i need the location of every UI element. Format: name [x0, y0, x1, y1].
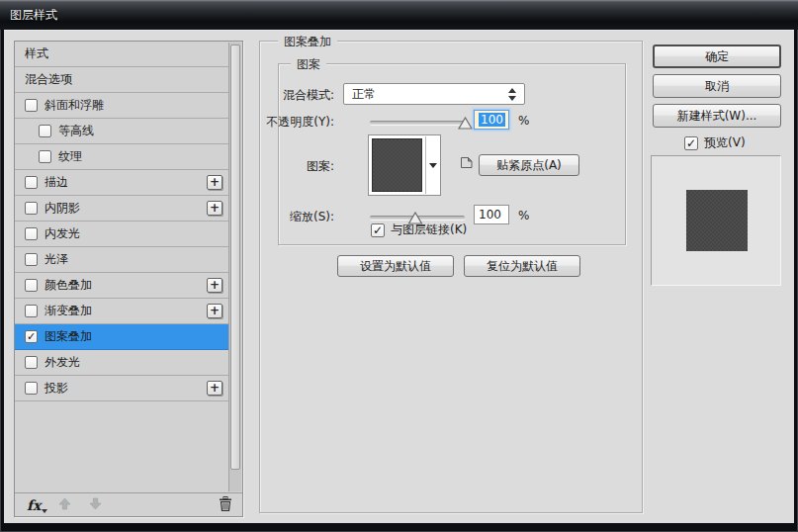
pattern-dropdown-arrow-icon[interactable]	[425, 136, 439, 194]
sidebar-item-color-overlay[interactable]: 颜色叠加+	[15, 273, 228, 299]
group-title: 图案	[291, 56, 326, 73]
outer-glow-checkbox[interactable]	[25, 356, 38, 369]
pattern-overlay-panel: 图案叠加 图案 混合模式: 正常 不透明度(Y): 100	[259, 41, 643, 513]
opacity-input[interactable]: 100	[474, 110, 509, 130]
fx-caret-icon	[42, 509, 47, 513]
sidebar-item-label: 光泽	[44, 251, 68, 268]
pattern-overlay-checkbox[interactable]: ✓	[25, 330, 38, 343]
checkbox-check-icon: ✓	[371, 223, 385, 237]
satin-checkbox[interactable]	[25, 253, 38, 266]
sidebar-item-label: 等高线	[58, 123, 94, 139]
sidebar-item-inner-glow[interactable]: 内发光	[15, 222, 228, 247]
set-default-button[interactable]: 设置为默认值	[337, 255, 454, 277]
sidebar-item-label: 外发光	[44, 354, 80, 371]
blend-mode-select[interactable]: 正常	[343, 83, 525, 105]
link-with-layer-checkbox[interactable]: ✓ 与图层链接(K)	[371, 222, 467, 238]
sidebar-item-label: 混合选项	[25, 71, 72, 88]
reset-default-button[interactable]: 复位为默认值	[464, 255, 580, 277]
titlebar[interactable]: 图层样式	[0, 0, 798, 30]
layer-style-dialog: 图层样式 样式混合选项斜面和浮雕等高线纹理描边+内阴影+内发光光泽颜色叠加+渐变…	[0, 0, 798, 532]
blend-mode-label: 混合模式:	[283, 87, 334, 104]
opacity-value: 100	[479, 113, 505, 127]
gradient-overlay-checkbox[interactable]	[25, 305, 38, 317]
sidebar-item-satin[interactable]: 光泽	[15, 247, 228, 273]
add-inner-shadow-icon[interactable]: +	[207, 201, 222, 216]
preview-checkbox[interactable]: ✓ 预览(V)	[684, 134, 746, 151]
drop-shadow-checkbox[interactable]	[25, 382, 38, 395]
sidebar-item-stroke[interactable]: 描边+	[15, 170, 228, 196]
sidebar-item-label: 内发光	[44, 225, 80, 242]
sidebar-footer: fx	[15, 492, 242, 516]
move-effect-up-icon[interactable]	[58, 497, 71, 513]
sidebar-item-label: 描边	[44, 174, 68, 191]
bevel-emboss-checkbox[interactable]	[25, 99, 38, 112]
scale-slider[interactable]	[370, 216, 465, 220]
sidebar-item-inner-shadow[interactable]: 内阴影+	[15, 196, 228, 222]
checkbox-check-icon: ✓	[684, 136, 698, 150]
texture-checkbox[interactable]	[39, 150, 51, 163]
sidebar-item-label: 样式	[25, 45, 48, 62]
add-color-overlay-icon[interactable]: +	[207, 278, 222, 293]
fx-menu-button[interactable]: fx	[27, 497, 41, 513]
move-effect-down-icon[interactable]	[89, 497, 102, 513]
pattern-label: 图案:	[307, 158, 334, 175]
scale-label: 缩放(S):	[290, 209, 334, 225]
preview-panel	[651, 155, 781, 286]
sidebar-item-blending-options[interactable]: 混合选项	[15, 67, 228, 93]
color-overlay-checkbox[interactable]	[25, 279, 38, 292]
sidebar-item-contour[interactable]: 等高线	[15, 119, 228, 144]
new-style-button[interactable]: 新建样式(W)...	[653, 104, 781, 128]
preview-swatch	[686, 190, 748, 251]
inner-glow-checkbox[interactable]	[25, 227, 38, 240]
sidebar-item-label: 图案叠加	[44, 328, 92, 345]
sidebar-item-label: 内阴影	[44, 200, 80, 217]
opacity-slider[interactable]	[370, 121, 467, 125]
dialog-body: 样式混合选项斜面和浮雕等高线纹理描边+内阴影+内发光光泽颜色叠加+渐变叠加+✓图…	[4, 30, 794, 523]
opacity-slider-thumb[interactable]	[458, 117, 473, 130]
sidebar-item-label: 渐变叠加	[44, 303, 92, 319]
scrollbar-thumb[interactable]	[230, 44, 240, 470]
delete-effect-icon[interactable]	[219, 496, 232, 514]
opacity-label: 不透明度(Y):	[266, 114, 334, 131]
sidebar-item-label: 斜面和浮雕	[44, 97, 104, 114]
inner-shadow-checkbox[interactable]	[25, 202, 38, 215]
sidebar-item-pattern-overlay[interactable]: ✓图案叠加	[15, 324, 228, 350]
dialog-title: 图层样式	[10, 7, 57, 24]
pattern-group: 图案 混合模式: 正常 不透明度(Y): 100 %	[278, 63, 626, 245]
sidebar-item-label: 纹理	[58, 148, 82, 165]
sidebar-scrollbar[interactable]	[228, 43, 241, 491]
sidebar-item-gradient-overlay[interactable]: 渐变叠加+	[15, 299, 228, 324]
new-pattern-icon[interactable]	[459, 155, 474, 173]
cancel-button[interactable]: 取消	[653, 74, 781, 98]
scale-unit: %	[518, 209, 529, 222]
add-gradient-overlay-icon[interactable]: +	[207, 304, 222, 318]
sidebar-item-bevel-emboss[interactable]: 斜面和浮雕	[15, 93, 228, 119]
sidebar-item-drop-shadow[interactable]: 投影+	[15, 376, 228, 401]
preview-label: 预览(V)	[704, 134, 746, 151]
effects-list: 样式混合选项斜面和浮雕等高线纹理描边+内阴影+内发光光泽颜色叠加+渐变叠加+✓图…	[15, 42, 228, 401]
sidebar-item-label: 颜色叠加	[44, 277, 92, 294]
pattern-picker[interactable]	[368, 134, 441, 196]
opacity-unit: %	[518, 114, 529, 128]
effects-sidebar: 样式混合选项斜面和浮雕等高线纹理描边+内阴影+内发光光泽颜色叠加+渐变叠加+✓图…	[14, 41, 243, 517]
ok-button[interactable]: 确定	[653, 44, 781, 68]
link-with-layer-label: 与图层链接(K)	[391, 222, 467, 238]
sidebar-item-texture[interactable]: 纹理	[15, 144, 228, 170]
pattern-swatch[interactable]	[372, 138, 422, 192]
stroke-checkbox[interactable]	[25, 176, 38, 189]
add-drop-shadow-icon[interactable]: +	[207, 381, 222, 396]
sidebar-item-outer-glow[interactable]: 外发光	[15, 350, 228, 376]
sidebar-item-label: 投影	[44, 380, 68, 397]
scale-input[interactable]: 100	[474, 205, 509, 224]
section-title: 图案叠加	[278, 34, 337, 50]
sidebar-item-styles[interactable]: 样式	[15, 42, 228, 67]
add-stroke-icon[interactable]: +	[207, 175, 222, 190]
fx-label: fx	[27, 497, 41, 513]
contour-checkbox[interactable]	[39, 125, 51, 137]
select-spinner-icon	[508, 88, 516, 101]
blend-mode-value: 正常	[352, 86, 376, 103]
scale-value: 100	[479, 208, 501, 222]
snap-to-origin-button[interactable]: 贴紧原点(A)	[479, 154, 579, 176]
